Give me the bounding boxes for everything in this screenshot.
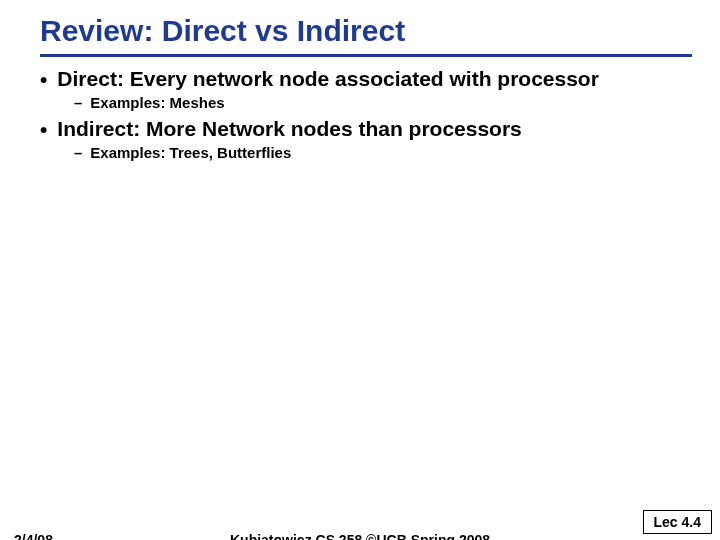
bullet-dot-icon: •	[40, 117, 47, 142]
subbullet-indirect-example: – Examples: Trees, Butterflies	[74, 144, 692, 161]
slide: Review: Direct vs Indirect • Direct: Eve…	[0, 0, 720, 540]
bullet-dash-icon: –	[74, 94, 82, 111]
footer-date: 2/4/08	[14, 532, 53, 540]
bullet-dash-icon: –	[74, 144, 82, 161]
footer-lecture-number: Lec 4.4	[643, 510, 712, 534]
subbullet-direct-example: – Examples: Meshes	[74, 94, 692, 111]
bullet-indirect: • Indirect: More Network nodes than proc…	[40, 117, 692, 142]
bullet-text: Examples: Trees, Butterflies	[90, 144, 291, 161]
content-area: • Direct: Every network node associated …	[40, 67, 692, 161]
bullet-text: Direct: Every network node associated wi…	[57, 67, 599, 91]
bullet-text: Examples: Meshes	[90, 94, 224, 111]
bullet-text: Indirect: More Network nodes than proces…	[57, 117, 521, 141]
slide-title: Review: Direct vs Indirect	[40, 14, 692, 57]
bullet-direct: • Direct: Every network node associated …	[40, 67, 692, 92]
footer-course: Kubiatowicz CS 258 ©UCB Spring 2008	[230, 532, 490, 540]
bullet-dot-icon: •	[40, 67, 47, 92]
